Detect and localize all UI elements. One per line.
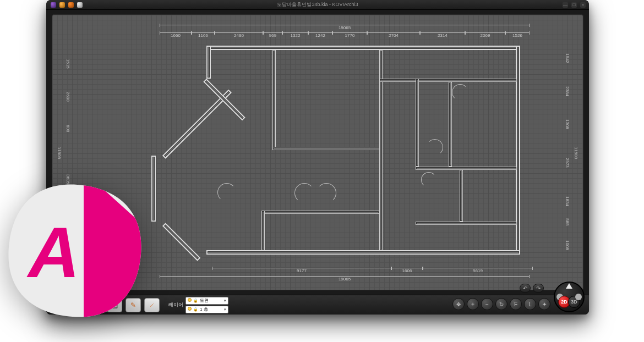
dim-top-seg: 1242 [308, 32, 332, 38]
round-button-row: ✥ ＋ − ↻ F L ✦ [452, 298, 550, 310]
bulb-icon [188, 298, 192, 302]
dim-left-seg: 608 [66, 125, 70, 132]
menu-icon-3[interactable] [77, 2, 83, 8]
wall-interior[interactable] [272, 50, 276, 149]
lock-icon: 🔒 [193, 307, 198, 311]
tool-measure-button[interactable]: ⟋ [144, 298, 160, 312]
door-arc[interactable] [452, 84, 468, 101]
dim-bottom-overall: 19065 [160, 276, 530, 282]
window-controls: — □ × [563, 2, 586, 8]
chevron-down-icon: ▾ [224, 307, 226, 312]
right-cluster: ✥ ＋ − ↻ F L ✦ 2D 3D [452, 282, 585, 312]
f-button[interactable]: F [510, 298, 522, 310]
chevron-down-icon: ▾ [224, 299, 226, 303]
door-arc[interactable] [427, 139, 443, 156]
layer-name: 도면 [200, 298, 209, 303]
minimize-button[interactable]: — [563, 2, 568, 8]
titlebar: 도담마을휴먼빌34b.kia - KOVIArchi3 — □ × [46, 0, 589, 10]
dim-right-seg: 1008 [565, 240, 570, 250]
wall-interior[interactable] [449, 82, 452, 167]
dim-right-seg: 2384 [565, 86, 570, 96]
logo-overlay: A [7, 183, 143, 319]
wall-diag[interactable] [162, 223, 200, 261]
extras-button[interactable]: ✦ [538, 298, 550, 310]
wall-top[interactable] [206, 46, 520, 50]
wall-interior[interactable] [379, 79, 517, 82]
dim-left-seg: 2690 [66, 92, 70, 102]
zoom-in-button[interactable]: ＋ [467, 298, 479, 310]
zoom-out-button[interactable]: − [481, 298, 493, 310]
dim-top-seg: 1526 [505, 32, 530, 38]
door-arc[interactable] [421, 172, 436, 187]
dim-top-overall: 19065 [160, 25, 530, 30]
layer-section: 레이어 🔒도면 ▾ 🔒1 층 ▾ [168, 297, 228, 313]
menu-icon-1[interactable] [59, 2, 65, 8]
dim-top-seg: 2314 [420, 32, 465, 38]
dim-top-seg: 2704 [367, 32, 420, 38]
layer-name: 1 층 [200, 307, 208, 312]
l-button[interactable]: L [524, 298, 536, 310]
dim-top-seg: 1770 [332, 32, 367, 38]
bulb-icon [188, 307, 192, 311]
door-arc[interactable] [217, 183, 236, 202]
wall-interior[interactable] [416, 222, 517, 225]
dim-top-seg: 2069 [465, 32, 505, 38]
wall-interior[interactable] [460, 170, 463, 222]
close-button[interactable]: × [580, 2, 586, 8]
rotate-button[interactable]: ↻ [495, 298, 507, 310]
door-arc[interactable] [294, 183, 314, 203]
dim-top-seg: 1660 [160, 32, 192, 38]
layer-select-2[interactable]: 🔒1 층 ▾ [185, 306, 228, 313]
dim-top-seg: 1166 [192, 32, 215, 38]
wall-interior[interactable] [272, 147, 383, 150]
dim-bottom-seg: 9177 [212, 268, 391, 273]
dim-right-seg: 1542 [565, 53, 570, 63]
layer-label: 레이어 [168, 301, 183, 308]
logo-letter: A [26, 212, 80, 293]
wall[interactable] [151, 156, 156, 222]
cursor-icon [566, 283, 572, 289]
dim-right-seg: 1308 [565, 119, 570, 129]
titlebar-left-icons [46, 2, 83, 8]
pan-button[interactable]: ✥ [452, 298, 465, 310]
dim-bottom-seg: 5619 [423, 268, 533, 273]
wall-interior[interactable] [416, 79, 419, 167]
logo-shape: A [7, 183, 143, 319]
wall-interior[interactable] [261, 211, 265, 250]
app-icon[interactable] [51, 2, 56, 8]
floorplan[interactable] [151, 46, 526, 266]
layer-select-1[interactable]: 🔒도면 ▾ [185, 297, 228, 305]
view-dial[interactable]: 2D 3D [554, 282, 585, 312]
dim-top-seg: 969 [263, 32, 282, 38]
lock-icon: 🔒 [193, 299, 198, 302]
wall[interactable] [206, 46, 211, 79]
dim-right-seg: 1834 [565, 196, 570, 206]
maximize-button[interactable]: □ [571, 2, 577, 8]
dim-top-seg: 2480 [215, 32, 263, 38]
dim-right-seg: 585 [565, 218, 570, 225]
dim-top-seg: 1322 [282, 32, 308, 38]
wall-interior[interactable] [416, 167, 517, 170]
view-3d-button[interactable]: 3D [568, 296, 580, 308]
dim-left-overall: 11508 [57, 147, 62, 159]
dim-right-seg: 2973 [565, 158, 570, 168]
wall-interior[interactable] [261, 211, 379, 214]
dim-right-overall: 11508 [574, 147, 578, 159]
dim-bottom-seg: 1606 [391, 268, 423, 273]
wall-bottom[interactable] [206, 250, 520, 255]
door-arc[interactable] [316, 183, 336, 203]
window-title: 도담마을휴먼빌34b.kia - KOVIArchi3 [46, 1, 589, 8]
menu-icon-2[interactable] [68, 2, 74, 8]
dim-left-seg: 1515 [66, 59, 70, 69]
